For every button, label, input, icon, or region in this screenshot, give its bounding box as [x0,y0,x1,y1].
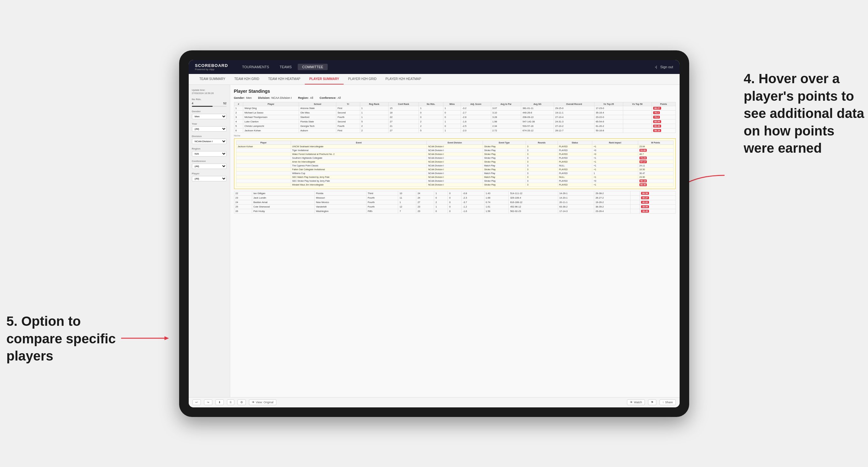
table-row[interactable]: 25 Cole Sherwood Vanderbilt Fourth 12 23… [234,204,676,209]
division-select[interactable]: NCAA Division I [192,139,227,144]
tooltip-row: Amer An Intercollegiate NCAA Division I … [236,160,673,163]
w-points-value: 23.64 [640,145,645,148]
tooltip-col-player: Player [236,141,291,145]
gender-select[interactable]: Men [192,114,227,119]
points-badge[interactable]: 70.2 [653,116,660,119]
download-button[interactable]: ⬇ [216,399,224,405]
page-title: Player Standings [234,89,676,94]
tab-team-summary[interactable]: TEAM SUMMARY [195,74,230,85]
w-points-value: 16.50 [640,168,645,170]
table-row[interactable]: 4 Luke Clanton Florida State Second 5 27… [234,119,676,124]
w-points-value: 57.17 [640,160,647,163]
col-top25: Vs Top 25 [594,102,623,106]
w-points-value: 56.18 [640,180,647,182]
standings-table: # Player School Yr Reg Rank Conf Rank No… [234,102,676,133]
points-badge[interactable]: 38.49 [641,210,649,213]
w-points-value: 66.40 [640,183,647,186]
tooltip-col-division: Event Division [427,141,483,145]
range-filled [192,106,213,107]
tooltip-row: SEC Match Play hosted by Jerry Pate NCAA… [236,175,673,179]
tooltip-col-type: Event Type [483,141,526,145]
table-row[interactable]: 5 Christo Lamprecht Georgia Tech Fourth … [234,124,676,128]
tab-team-h2h-grid[interactable]: TEAM H2H GRID [230,74,264,85]
points-badge[interactable]: 76.2 [653,111,660,114]
table-row[interactable]: 6 Jackson Kohan Auburn First 2 27 5 1 -2… [234,128,676,133]
table-row[interactable]: 23 Jack Lundin Missouri Fourth 11 24 0 0… [234,195,676,200]
sign-out-button[interactable]: Sign out [660,65,673,69]
points-badge[interactable]: 39.95 [641,205,649,208]
more-players-table: 22 Ian Gilligan Florida Third 10 24 1 0 … [234,191,676,214]
table-row[interactable]: 1 Wenyi Ding Arizona State First 1 15 1 … [234,106,676,110]
filter-conference: Conference: All [320,96,341,99]
sidebar-region: Region N/A [192,147,227,157]
w-points-value: 46.7 [640,153,644,155]
logo-area: SCOREBOARD Powered by clipp [195,63,228,71]
watch-button[interactable]: 👁 Watch [627,399,645,405]
tooltip-col-rank: Rank Impact [592,141,638,145]
nav-tournaments[interactable]: TOURNAMENTS [238,64,274,70]
table-row[interactable]: 3 Michael Thorbjornsen Stanford Fourth 1… [234,115,676,119]
view-original-button[interactable]: 👁 View: Original [249,399,276,405]
filter-region: Region: All [298,96,313,99]
logo-title: SCOREBOARD [195,63,228,68]
year-select[interactable]: (All) [192,126,227,132]
annotation-right-text: 4. Hover over a player's points to see a… [744,70,865,157]
col-avg-to-par: Avg to Par [491,102,521,106]
range-slider[interactable] [192,106,227,107]
nav-teams[interactable]: TEAMS [275,64,296,70]
player-select[interactable]: (All) [192,176,227,181]
table-row[interactable]: 2 Michael La Sasso Ole Miss Second 1 18 … [234,110,676,115]
flag-button[interactable]: ⚑ [648,399,656,405]
nav-committee[interactable]: COMMITTEE [298,64,328,70]
points-badge[interactable]: 58.18 [653,129,661,132]
sidebar: Update time: 27/03/2024 16:56:26 No Rds.… [189,85,230,397]
tooltip-row: Jackson Kohan UNCW Seahawk Intercollegia… [236,145,673,148]
w-points-value: 23.90 [640,176,645,178]
tab-team-h2h-heatmap[interactable]: TEAM H2H HEATMAP [264,74,305,85]
points-badge[interactable]: 68.94 [653,120,661,123]
share-button[interactable]: ↑ Share [659,399,676,405]
table-row[interactable]: 22 Ian Gilligan Florida Third 10 24 1 0 … [234,191,676,195]
points-badge[interactable]: 40.27 [641,196,649,199]
tab-player-h2h-heatmap[interactable]: PLAYER H2H HEATMAP [381,74,426,85]
points-badge[interactable]: 40.02 [641,201,649,204]
col-avg-sg: Avg SG [521,102,554,106]
top-nav: SCOREBOARD Powered by clipp TOURNAMENTS … [189,60,680,74]
col-reg-rank: Reg Rank [360,102,388,106]
redo-button[interactable]: ↪ [204,399,212,405]
filter-division: Division: NCAA Division I [258,96,292,99]
watch-icon: 👁 [630,401,633,404]
sidebar-division: Division NCAA Division I [192,135,227,144]
region-select[interactable]: N/A [192,151,227,157]
tooltip-table: Player Event Event Division Event Type R… [236,141,674,187]
col-adj-score: Adj. Score [461,102,491,106]
tooltip-row: The Cypress Point Classic NCAA Division … [236,163,673,167]
arrow-left-annotation [118,329,175,349]
sidebar-no-rds: No Rds. 4 52 [192,98,227,107]
undo-button[interactable]: ↩ [192,399,201,405]
update-time: Update time: 27/03/2024 16:56:26 [192,89,227,95]
col-player: Player [243,102,299,106]
tooltip-row: Mirabel Maui Jim Intercollegiate NCAA Di… [236,183,673,186]
share-icon: ↑ [662,401,664,404]
tooltip-col-wpoints: W Points [638,141,673,145]
col-points: Points [652,102,676,106]
tab-player-summary[interactable]: PLAYER SUMMARY [305,74,344,85]
tooltip-row: SEC Stroke Play hosted by Jerry Pate NCA… [236,179,673,183]
bottom-toolbar: ↩ ↪ ⬇ ⎘ ⚙ 👁 View: Original 👁 Watch ⚑ ↑ S… [189,397,680,407]
main-content: Update time: 27/03/2024 16:56:26 No Rds.… [189,85,680,397]
tab-player-h2h-grid[interactable]: PLAYER H2H GRID [344,74,381,85]
tablet-screen: SCOREBOARD Powered by clipp TOURNAMENTS … [189,60,680,407]
table-row[interactable]: 26 Petr Hruby Washington Fifth 7 23 0 0 … [234,209,676,213]
points-badge[interactable]: 88.27 [653,107,661,110]
points-badge[interactable]: 60.49 [653,125,661,127]
tooltip-row: Southern Highlands Collegiate NCAA Divis… [236,156,673,160]
conference-select[interactable]: (All) [192,163,227,169]
annotation-right: 4. Hover over a player's points to see a… [744,70,865,157]
w-points-value: 24.11 [640,164,645,167]
col-rank: # [234,102,243,106]
copy-button[interactable]: ⎘ [227,399,234,405]
table-row[interactable]: 24 Bastien Amat New Mexico Fourth 1 27 2… [234,200,676,204]
points-badge[interactable]: 68.58 [641,192,649,195]
settings-button[interactable]: ⚙ [238,399,246,405]
